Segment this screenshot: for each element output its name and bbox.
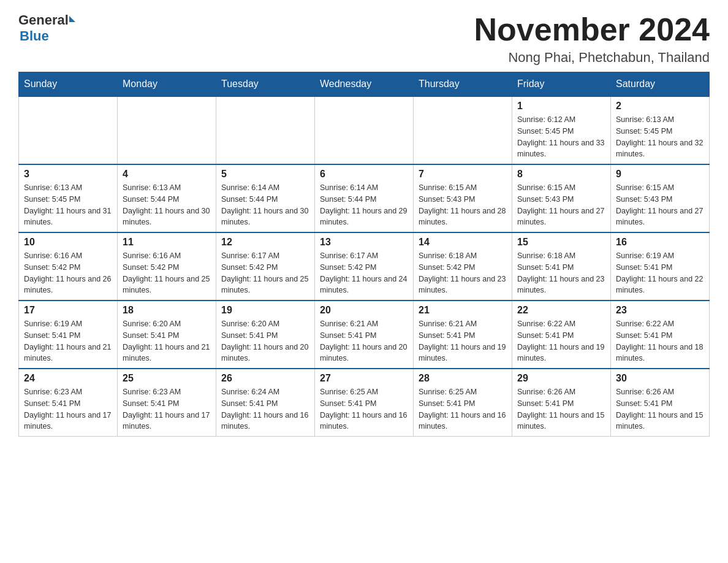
day-number: 17 (24, 305, 112, 316)
calendar-subtitle: Nong Phai, Phetchabun, Thailand (474, 50, 710, 66)
logo: General Blue (18, 12, 75, 44)
day-info: Sunrise: 6:26 AM Sunset: 5:41 PM Dayligh… (616, 386, 704, 432)
calendar-day-header: Saturday (611, 72, 710, 97)
day-number: 29 (517, 373, 605, 384)
day-info: Sunrise: 6:17 AM Sunset: 5:42 PM Dayligh… (221, 250, 309, 296)
calendar-header-row: SundayMondayTuesdayWednesdayThursdayFrid… (19, 72, 710, 97)
day-info: Sunrise: 6:14 AM Sunset: 5:44 PM Dayligh… (221, 182, 309, 228)
day-number: 9 (616, 169, 704, 180)
day-info: Sunrise: 6:13 AM Sunset: 5:45 PM Dayligh… (616, 114, 704, 160)
calendar-day-cell: 26Sunrise: 6:24 AM Sunset: 5:41 PM Dayli… (216, 369, 315, 437)
calendar-day-cell: 3Sunrise: 6:13 AM Sunset: 5:45 PM Daylig… (19, 164, 118, 232)
calendar-day-cell: 8Sunrise: 6:15 AM Sunset: 5:43 PM Daylig… (512, 164, 611, 232)
day-info: Sunrise: 6:20 AM Sunset: 5:41 PM Dayligh… (221, 318, 309, 364)
day-info: Sunrise: 6:22 AM Sunset: 5:41 PM Dayligh… (616, 318, 704, 364)
day-number: 21 (419, 305, 507, 316)
day-info: Sunrise: 6:25 AM Sunset: 5:41 PM Dayligh… (419, 386, 507, 432)
day-info: Sunrise: 6:19 AM Sunset: 5:41 PM Dayligh… (616, 250, 704, 296)
day-number: 25 (123, 373, 211, 384)
calendar-day-cell: 9Sunrise: 6:15 AM Sunset: 5:43 PM Daylig… (611, 164, 710, 232)
calendar-table: SundayMondayTuesdayWednesdayThursdayFrid… (18, 72, 710, 437)
calendar-day-cell (118, 96, 216, 164)
day-number: 26 (221, 373, 309, 384)
day-info: Sunrise: 6:16 AM Sunset: 5:42 PM Dayligh… (123, 250, 211, 296)
day-number: 5 (221, 169, 309, 180)
calendar-week-row: 17Sunrise: 6:19 AM Sunset: 5:41 PM Dayli… (19, 301, 710, 369)
day-number: 18 (123, 305, 211, 316)
day-number: 4 (123, 169, 211, 180)
day-number: 30 (616, 373, 704, 384)
calendar-day-cell: 19Sunrise: 6:20 AM Sunset: 5:41 PM Dayli… (216, 301, 315, 369)
logo-triangle-icon (69, 16, 75, 22)
calendar-day-cell: 21Sunrise: 6:21 AM Sunset: 5:41 PM Dayli… (414, 301, 512, 369)
calendar-day-cell (19, 96, 118, 164)
calendar-day-cell: 4Sunrise: 6:13 AM Sunset: 5:44 PM Daylig… (118, 164, 216, 232)
day-info: Sunrise: 6:13 AM Sunset: 5:44 PM Dayligh… (123, 182, 211, 228)
calendar-day-cell: 12Sunrise: 6:17 AM Sunset: 5:42 PM Dayli… (216, 232, 315, 301)
day-info: Sunrise: 6:18 AM Sunset: 5:42 PM Dayligh… (419, 250, 507, 296)
day-info: Sunrise: 6:21 AM Sunset: 5:41 PM Dayligh… (419, 318, 507, 364)
day-info: Sunrise: 6:15 AM Sunset: 5:43 PM Dayligh… (517, 182, 605, 228)
day-info: Sunrise: 6:25 AM Sunset: 5:41 PM Dayligh… (320, 386, 408, 432)
calendar-day-cell: 18Sunrise: 6:20 AM Sunset: 5:41 PM Dayli… (118, 301, 216, 369)
calendar-day-header: Sunday (19, 72, 118, 97)
calendar-day-cell: 24Sunrise: 6:23 AM Sunset: 5:41 PM Dayli… (19, 369, 118, 437)
calendar-day-cell: 15Sunrise: 6:18 AM Sunset: 5:41 PM Dayli… (512, 232, 611, 301)
day-number: 28 (419, 373, 507, 384)
calendar-day-cell: 14Sunrise: 6:18 AM Sunset: 5:42 PM Dayli… (414, 232, 512, 301)
day-number: 8 (517, 169, 605, 180)
calendar-day-cell: 22Sunrise: 6:22 AM Sunset: 5:41 PM Dayli… (512, 301, 611, 369)
calendar-day-cell: 10Sunrise: 6:16 AM Sunset: 5:42 PM Dayli… (19, 232, 118, 301)
calendar-day-cell: 7Sunrise: 6:15 AM Sunset: 5:43 PM Daylig… (414, 164, 512, 232)
day-info: Sunrise: 6:21 AM Sunset: 5:41 PM Dayligh… (320, 318, 408, 364)
calendar-day-header: Thursday (414, 72, 512, 97)
day-number: 6 (320, 169, 408, 180)
calendar-week-row: 3Sunrise: 6:13 AM Sunset: 5:45 PM Daylig… (19, 164, 710, 232)
calendar-day-cell: 20Sunrise: 6:21 AM Sunset: 5:41 PM Dayli… (315, 301, 414, 369)
calendar-week-row: 10Sunrise: 6:16 AM Sunset: 5:42 PM Dayli… (19, 232, 710, 301)
calendar-day-cell: 25Sunrise: 6:23 AM Sunset: 5:41 PM Dayli… (118, 369, 216, 437)
calendar-day-cell: 17Sunrise: 6:19 AM Sunset: 5:41 PM Dayli… (19, 301, 118, 369)
day-number: 19 (221, 305, 309, 316)
calendar-day-cell: 23Sunrise: 6:22 AM Sunset: 5:41 PM Dayli… (611, 301, 710, 369)
day-info: Sunrise: 6:26 AM Sunset: 5:41 PM Dayligh… (517, 386, 605, 432)
calendar-day-cell: 13Sunrise: 6:17 AM Sunset: 5:42 PM Dayli… (315, 232, 414, 301)
calendar-day-cell: 1Sunrise: 6:12 AM Sunset: 5:45 PM Daylig… (512, 96, 611, 164)
calendar-day-cell: 28Sunrise: 6:25 AM Sunset: 5:41 PM Dayli… (414, 369, 512, 437)
calendar-day-cell: 29Sunrise: 6:26 AM Sunset: 5:41 PM Dayli… (512, 369, 611, 437)
calendar-day-header: Tuesday (216, 72, 315, 97)
day-number: 24 (24, 373, 112, 384)
day-number: 3 (24, 169, 112, 180)
day-number: 27 (320, 373, 408, 384)
calendar-day-cell (216, 96, 315, 164)
day-info: Sunrise: 6:16 AM Sunset: 5:42 PM Dayligh… (24, 250, 112, 296)
calendar-day-cell (315, 96, 414, 164)
calendar-day-cell: 6Sunrise: 6:14 AM Sunset: 5:44 PM Daylig… (315, 164, 414, 232)
day-number: 15 (517, 237, 605, 248)
calendar-day-cell: 5Sunrise: 6:14 AM Sunset: 5:44 PM Daylig… (216, 164, 315, 232)
day-number: 10 (24, 237, 112, 248)
calendar-day-cell (414, 96, 512, 164)
logo-blue-text: Blue (20, 28, 49, 44)
calendar-day-cell: 16Sunrise: 6:19 AM Sunset: 5:41 PM Dayli… (611, 232, 710, 301)
calendar-week-row: 1Sunrise: 6:12 AM Sunset: 5:45 PM Daylig… (19, 96, 710, 164)
day-number: 22 (517, 305, 605, 316)
day-info: Sunrise: 6:22 AM Sunset: 5:41 PM Dayligh… (517, 318, 605, 364)
calendar-day-cell: 30Sunrise: 6:26 AM Sunset: 5:41 PM Dayli… (611, 369, 710, 437)
day-number: 11 (123, 237, 211, 248)
calendar-day-cell: 11Sunrise: 6:16 AM Sunset: 5:42 PM Dayli… (118, 232, 216, 301)
day-info: Sunrise: 6:15 AM Sunset: 5:43 PM Dayligh… (616, 182, 704, 228)
page-header: General Blue November 2024 Nong Phai, Ph… (18, 12, 710, 66)
day-number: 2 (616, 101, 704, 112)
day-info: Sunrise: 6:12 AM Sunset: 5:45 PM Dayligh… (517, 114, 605, 160)
day-info: Sunrise: 6:24 AM Sunset: 5:41 PM Dayligh… (221, 386, 309, 432)
day-number: 13 (320, 237, 408, 248)
day-info: Sunrise: 6:19 AM Sunset: 5:41 PM Dayligh… (24, 318, 112, 364)
day-info: Sunrise: 6:20 AM Sunset: 5:41 PM Dayligh… (123, 318, 211, 364)
day-info: Sunrise: 6:13 AM Sunset: 5:45 PM Dayligh… (24, 182, 112, 228)
day-info: Sunrise: 6:14 AM Sunset: 5:44 PM Dayligh… (320, 182, 408, 228)
day-number: 1 (517, 101, 605, 112)
day-info: Sunrise: 6:23 AM Sunset: 5:41 PM Dayligh… (123, 386, 211, 432)
day-info: Sunrise: 6:15 AM Sunset: 5:43 PM Dayligh… (419, 182, 507, 228)
day-number: 20 (320, 305, 408, 316)
